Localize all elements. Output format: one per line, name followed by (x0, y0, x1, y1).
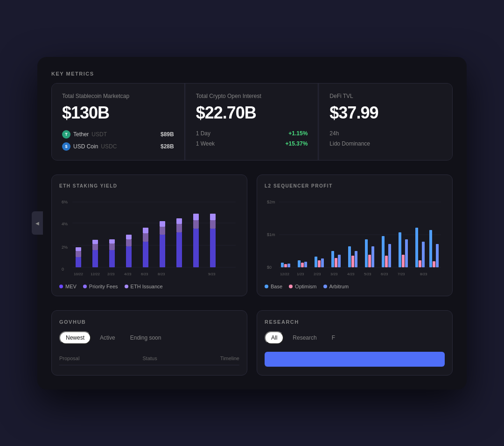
key-metrics-title: KEY METRICS (51, 71, 453, 77)
svg-rect-77 (436, 244, 439, 267)
usdc-amount: $28B (161, 143, 174, 150)
svg-rect-13 (92, 240, 98, 244)
svg-text:7/23: 7/23 (398, 272, 405, 276)
svg-rect-56 (321, 258, 324, 267)
stablecoin-value: $130B (62, 103, 174, 123)
l2-sequencer-area: $2m $1m $0 (265, 195, 445, 279)
svg-text:$1m: $1m (267, 232, 275, 237)
govhub-table-header: Proposal Status Timeline (59, 352, 239, 365)
legend-mev: MEV (59, 284, 77, 289)
usdc-ticker: USDC (101, 143, 117, 150)
legend-arbitrum: Arbitrum (323, 284, 349, 289)
svg-text:$0: $0 (267, 265, 272, 270)
eth-issuance-label: ETH Issuance (131, 284, 163, 289)
svg-rect-48 (281, 263, 284, 267)
svg-rect-26 (176, 232, 182, 267)
legend-eth-issuance: ETH Issuance (125, 284, 163, 289)
metrics-grid: Total Stablecoin Marketcap $130B T Tethe… (51, 83, 453, 160)
svg-rect-22 (143, 228, 148, 233)
svg-rect-17 (126, 246, 132, 267)
svg-rect-66 (382, 236, 385, 267)
tether-amount: $89B (161, 131, 174, 138)
svg-text:$2m: $2m (267, 200, 275, 204)
1day-label: 1 Day (196, 130, 210, 137)
svg-rect-24 (160, 227, 165, 235)
svg-rect-31 (193, 214, 199, 220)
research-filter-f[interactable]: F (326, 331, 341, 344)
1week-row: 1 Week +15.37% (196, 140, 308, 147)
govhub-card: GOVHUB Newest Active Ending soon Proposa… (51, 310, 247, 376)
proposal-header: Proposal (59, 355, 79, 361)
svg-rect-61 (351, 256, 354, 267)
mev-dot (59, 285, 63, 288)
priority-fees-dot (83, 285, 87, 288)
svg-rect-27 (176, 224, 182, 232)
svg-rect-52 (301, 263, 304, 267)
svg-text:0: 0 (62, 267, 64, 272)
defi-tvl-value: $37.99 (329, 103, 442, 123)
l2-sequencer-svg: $2m $1m $0 (265, 195, 445, 279)
arbitrum-dot (323, 285, 327, 288)
l2-sequencer-title: L2 SEQUENCER PROFIT (265, 183, 445, 188)
svg-rect-49 (284, 264, 287, 267)
svg-rect-12 (92, 244, 98, 250)
optimism-dot (289, 285, 293, 288)
eth-staking-svg: 6% 4% 2% 0 (59, 195, 239, 279)
svg-rect-30 (193, 220, 199, 229)
open-interest-rows: 1 Day +1.15% 1 Week +15.37% (196, 130, 308, 147)
research-filter-all[interactable]: All (265, 331, 284, 344)
research-blue-bar (265, 352, 445, 367)
1day-row: 1 Day +1.15% (196, 130, 308, 137)
lido-label: Lido Dominance (329, 140, 370, 147)
l2-sequencer-chart: L2 SEQUENCER PROFIT $2m $1m $0 (257, 174, 453, 296)
24h-row: 24h (329, 130, 442, 137)
base-label: Base (271, 284, 282, 289)
defi-tvl-label: DeFi TVL (329, 93, 442, 99)
svg-rect-70 (402, 255, 405, 267)
svg-text:8/23: 8/23 (158, 272, 165, 276)
tether-icon: T (62, 130, 70, 139)
dashboard-frame: KEY METRICS Total Stablecoin Marketcap $… (37, 57, 467, 390)
svg-rect-71 (405, 239, 408, 267)
govhub-filter-ending[interactable]: Ending soon (124, 331, 168, 344)
eth-staking-area: 6% 4% 2% 0 (59, 195, 239, 279)
svg-text:2%: 2% (62, 245, 68, 250)
svg-rect-69 (399, 232, 401, 267)
govhub-title: GOVHUB (59, 319, 239, 325)
svg-rect-65 (371, 246, 374, 267)
svg-rect-73 (419, 260, 421, 267)
svg-rect-60 (348, 246, 351, 267)
svg-rect-14 (109, 250, 115, 267)
svg-text:12/22: 12/22 (91, 272, 100, 276)
eth-issuance-dot (125, 285, 128, 288)
1day-change: +1.15% (288, 130, 308, 137)
govhub-filter-newest[interactable]: Newest (59, 331, 91, 344)
svg-rect-59 (338, 255, 341, 267)
stablecoin-rows: T Tether USDT $89B $ USD Coin USDC $28B (62, 130, 174, 151)
svg-rect-25 (160, 221, 165, 227)
govhub-filter-active[interactable]: Active (94, 331, 121, 344)
svg-text:1/23: 1/23 (297, 272, 304, 276)
svg-rect-9 (76, 251, 81, 257)
metric-defi-tvl: DeFi TVL $37.99 24h Lido Dominance (319, 84, 452, 160)
svg-rect-55 (318, 260, 321, 267)
tether-name: Tether (73, 131, 89, 138)
research-filter-tabs: All Research F (265, 331, 445, 344)
svg-rect-53 (304, 262, 307, 267)
24h-label: 24h (329, 130, 339, 137)
legend-priority-fees: Priority Fees (83, 284, 118, 289)
svg-rect-33 (210, 220, 216, 229)
sidebar-toggle[interactable] (32, 211, 43, 235)
open-interest-label: Total Crypto Open Interest (196, 93, 308, 99)
research-filter-research[interactable]: Research (287, 331, 322, 344)
metric-open-interest: Total Crypto Open Interest $22.70B 1 Day… (186, 84, 319, 160)
svg-rect-23 (160, 235, 165, 267)
svg-rect-21 (143, 233, 148, 242)
svg-text:9/23: 9/23 (208, 272, 216, 276)
svg-rect-76 (433, 261, 435, 267)
svg-rect-50 (287, 264, 290, 267)
tether-row: T Tether USDT $89B (62, 130, 174, 139)
status-header: Status (143, 355, 157, 361)
1week-change: +15.37% (286, 140, 308, 147)
svg-text:10/22: 10/22 (74, 272, 84, 276)
